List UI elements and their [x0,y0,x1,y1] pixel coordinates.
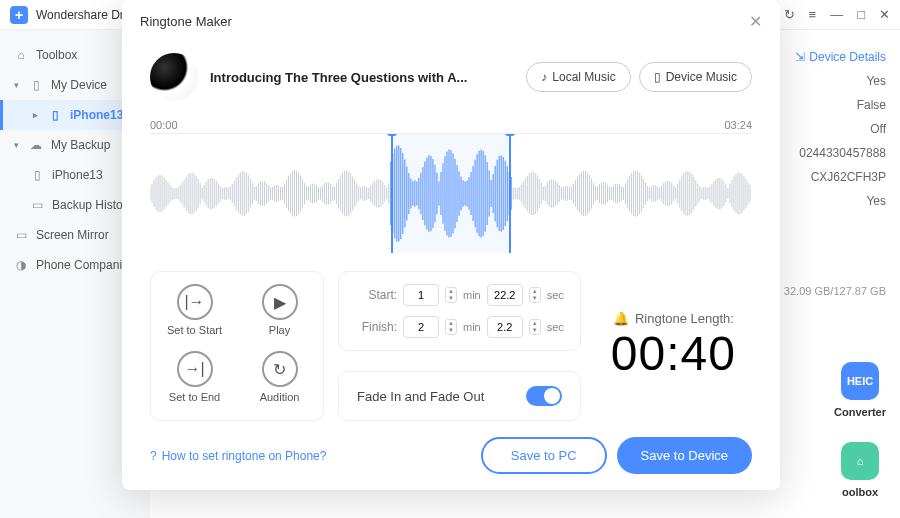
ringtone-maker-modal: Ringtone Maker ✕ Introducing The Three Q… [122,0,780,490]
ringtone-length-value: 00:40 [611,326,736,381]
tools-column: HEIC Converter ⌂ oolbox [834,362,886,498]
history-icon: ▭ [30,198,44,212]
toolbox-icon: ⌂ [841,442,879,480]
chevron-down-icon: ▾ [14,80,19,90]
screen-icon: ▭ [14,228,28,242]
start-min-input[interactable] [403,284,439,306]
audition-icon: ↻ [262,351,298,387]
help-link[interactable]: ?How to set ringtone on Phone? [150,449,326,463]
ringtone-length-box: 🔔Ringtone Length: 00:40 [595,271,752,421]
save-to-pc-button[interactable]: Save to PC [481,437,607,474]
heic-icon: HEIC [841,362,879,400]
set-start-icon: |→ [177,284,213,320]
device-details-link[interactable]: ⇲Device Details [795,50,886,64]
close-button[interactable]: ✕ [879,7,890,22]
fade-box: Fade In and Fade Out [338,371,581,421]
detail-value: Off [870,122,886,136]
finish-min-input[interactable] [403,316,439,338]
start-sec-spinner[interactable]: ▲▼ [529,287,541,303]
fade-label: Fade In and Fade Out [357,389,484,404]
cloud-icon: ☁ [29,138,43,152]
playback-controls: |→Set to Start ▶Play →|Set to End ↻Audit… [150,271,324,421]
selection-handle-left[interactable] [387,133,397,136]
music-icon: ♪ [541,70,547,84]
track-row: Introducing The Three Questions with A..… [150,53,752,101]
help-icon: ? [150,449,157,463]
start-sec-input[interactable] [487,284,523,306]
minimize-button[interactable]: — [830,7,843,22]
detail-value: Yes [866,194,886,208]
companion-icon: ◑ [14,258,28,272]
finish-sec-input[interactable] [487,316,523,338]
album-art [150,53,198,101]
modal-header: Ringtone Maker ✕ [122,0,780,43]
detail-value: 0244330457888 [799,146,886,160]
finish-label: Finish: [355,320,397,334]
play-button[interactable]: ▶Play [252,284,307,341]
modal-footer: ?How to set ringtone on Phone? Save to P… [122,437,780,492]
home-icon: ⌂ [14,48,28,62]
tool-toolbox[interactable]: ⌂ oolbox [834,442,886,498]
detail-value: Yes [866,74,886,88]
bell-icon: 🔔 [613,311,629,326]
local-music-button[interactable]: ♪Local Music [526,62,630,92]
waveform-container: 00:00 03:24 [150,119,752,253]
tool-converter[interactable]: HEIC Converter [834,362,886,418]
detail-value: CXJ62CFH3P [811,170,886,184]
detail-value: False [857,98,886,112]
device-details-column: ⇲Device Details Yes False Off 0244330457… [795,50,886,208]
start-label: Start: [355,288,397,302]
wave-end-time: 03:24 [724,119,752,131]
wave-start-time: 00:00 [150,119,178,131]
modal-title: Ringtone Maker [140,14,232,29]
phone-icon: ▯ [48,108,62,122]
waveform[interactable] [150,133,752,253]
maximize-button[interactable]: □ [857,7,865,22]
link-icon: ⇲ [795,50,805,64]
phone-icon: ▯ [30,168,44,182]
start-min-spinner[interactable]: ▲▼ [445,287,457,303]
play-icon: ▶ [262,284,298,320]
finish-min-spinner[interactable]: ▲▼ [445,319,457,335]
app-logo: + [10,6,28,24]
finish-sec-spinner[interactable]: ▲▼ [529,319,541,335]
set-to-start-button[interactable]: |→Set to Start [167,284,222,341]
fade-toggle[interactable] [526,386,562,406]
history-icon[interactable]: ↻ [784,7,795,22]
waveform-selection[interactable] [391,134,511,253]
close-icon[interactable]: ✕ [749,12,762,31]
audition-button[interactable]: ↻Audition [252,351,307,408]
phone-icon: ▯ [654,70,661,84]
device-music-button[interactable]: ▯Device Music [639,62,752,92]
save-to-device-button[interactable]: Save to Device [617,437,752,474]
chevron-right-icon: ▸ [33,110,38,120]
chevron-down-icon: ▾ [14,140,19,150]
storage-text: 32.09 GB/127.87 GB [784,285,886,297]
list-icon[interactable]: ≡ [809,7,817,22]
time-inputs: Start: ▲▼ min ▲▼ sec Finish: ▲▼ min [338,271,581,351]
set-to-end-button[interactable]: →|Set to End [167,351,222,408]
track-title: Introducing The Three Questions with A..… [210,70,467,85]
set-end-icon: →| [177,351,213,387]
device-icon: ▯ [29,78,43,92]
